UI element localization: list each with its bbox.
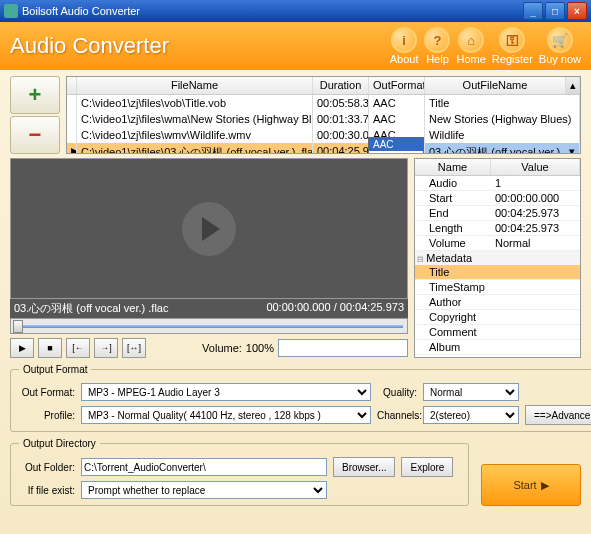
- fileexist-select[interactable]: Prompt whether to replace: [81, 481, 327, 499]
- window-title: Boilsoft Audio Converter: [22, 5, 140, 17]
- property-row[interactable]: TimeStamp: [415, 280, 580, 295]
- output-format-group: Output Format Out Format: MP3 - MPEG-1 A…: [10, 364, 591, 432]
- help-icon: ?: [424, 27, 450, 53]
- explore-button[interactable]: Explore: [401, 457, 453, 477]
- outfolder-input[interactable]: [81, 458, 327, 476]
- maximize-button[interactable]: □: [545, 2, 565, 20]
- table-row[interactable]: ▶C:\video1\zj\files\03.心の羽根 (off vocal v…: [67, 143, 580, 154]
- buynow-button[interactable]: 🛒Buy now: [539, 27, 581, 65]
- advance-button[interactable]: ==>Advance: [525, 405, 591, 425]
- file-grid[interactable]: FileName Duration OutFormat OutFileName …: [66, 76, 581, 154]
- app-header: Audio Converter iAbout ?Help ⌂Home ⚿Regi…: [0, 22, 591, 70]
- close-button[interactable]: ×: [567, 2, 587, 20]
- add-button[interactable]: +: [10, 76, 60, 114]
- help-button[interactable]: ?Help: [424, 27, 450, 65]
- mark-range-button[interactable]: [↔]: [122, 338, 146, 358]
- mark-start-button[interactable]: [←: [66, 338, 90, 358]
- scroll-up-icon[interactable]: ▴: [566, 77, 580, 94]
- about-button[interactable]: iAbout: [390, 27, 419, 65]
- register-button[interactable]: ⚿Register: [492, 27, 533, 65]
- mark-end-button[interactable]: →]: [94, 338, 118, 358]
- grid-header: FileName Duration OutFormat OutFileName …: [67, 77, 580, 95]
- quality-select[interactable]: Normal: [423, 383, 519, 401]
- property-row[interactable]: VolumeNormal: [415, 236, 580, 251]
- cart-icon: 🛒: [547, 27, 573, 53]
- table-row[interactable]: C:\video1\zj\files\wmv\Wildlife.wmv00:00…: [67, 127, 580, 143]
- home-button[interactable]: ⌂Home: [456, 27, 485, 65]
- video-preview[interactable]: [10, 158, 408, 299]
- stop-button[interactable]: ■: [38, 338, 62, 358]
- property-row[interactable]: Length00:04:25.973: [415, 221, 580, 236]
- minimize-button[interactable]: _: [523, 2, 543, 20]
- volume-input[interactable]: [278, 339, 408, 357]
- start-button[interactable]: Start▶: [481, 464, 581, 506]
- title-bar: Boilsoft Audio Converter _ □ ×: [0, 0, 591, 22]
- metadata-category[interactable]: Metadata: [415, 251, 580, 265]
- info-icon: i: [391, 27, 417, 53]
- remove-button[interactable]: −: [10, 116, 60, 154]
- outformat-select[interactable]: MP3 - MPEG-1 Audio Layer 3: [81, 383, 371, 401]
- properties-panel[interactable]: NameValue Audio1Start00:00:00.000End00:0…: [414, 158, 581, 358]
- volume-value: 100%: [246, 342, 274, 354]
- app-icon: [4, 4, 18, 18]
- property-row[interactable]: Album: [415, 340, 580, 355]
- home-icon: ⌂: [458, 27, 484, 53]
- property-row[interactable]: Title: [415, 265, 580, 280]
- property-row[interactable]: End00:04:25.973: [415, 206, 580, 221]
- play-icon[interactable]: [182, 202, 236, 256]
- volume-label: Volume:: [202, 342, 242, 354]
- app-title: Audio Converter: [10, 33, 169, 59]
- preview-time: 00:00:00.000 / 00:04:25.973: [266, 301, 404, 316]
- format-dropdown[interactable]: AACAC3AIFFAPEAUFLACM4AM4RMKAMP2: [368, 137, 424, 154]
- preview-filename: 03.心の羽根 (off vocal ver.) .flac: [14, 301, 168, 316]
- property-row[interactable]: Start00:00:00.000: [415, 191, 580, 206]
- dropdown-option[interactable]: AAC: [369, 138, 423, 151]
- output-directory-group: Output Directory Out Folder: Browser... …: [10, 438, 469, 506]
- property-row[interactable]: Comment: [415, 325, 580, 340]
- property-row[interactable]: Track3: [415, 355, 580, 358]
- channels-select[interactable]: 2(stereo): [423, 406, 519, 424]
- seek-slider[interactable]: [10, 318, 408, 334]
- key-icon: ⚿: [499, 27, 525, 53]
- property-row[interactable]: Author: [415, 295, 580, 310]
- property-row[interactable]: Audio1: [415, 176, 580, 191]
- table-row[interactable]: C:\video1\zj\files\wma\New Stories (High…: [67, 111, 580, 127]
- property-row[interactable]: Copyright: [415, 310, 580, 325]
- table-row[interactable]: C:\video1\zj\files\vob\Title.vob00:05:58…: [67, 95, 580, 111]
- play-button[interactable]: ▶: [10, 338, 34, 358]
- profile-select[interactable]: MP3 - Normal Quality( 44100 Hz, stereo ,…: [81, 406, 371, 424]
- browser-button[interactable]: Browser...: [333, 457, 395, 477]
